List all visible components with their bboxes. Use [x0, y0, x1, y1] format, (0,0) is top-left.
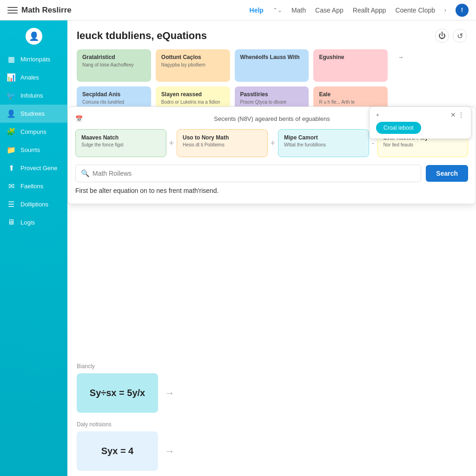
avatar: 👤 — [26, 28, 42, 45]
grid-icon: ▦ — [7, 55, 16, 64]
card-arrow-label: → — [398, 54, 461, 60]
refresh-button[interactable]: ↺ — [453, 29, 467, 43]
result-arrow-1[interactable]: → — [165, 387, 175, 399]
app-name: Math Reslirre — [21, 6, 72, 15]
floating-card: + ✕ ⋮ Croal ieboot — [369, 106, 471, 139]
sidebar-label-mirrlonpats: Mirrlonpáts — [20, 56, 50, 63]
sidebar-label-dolliptions: Dolliptions — [20, 201, 48, 208]
step-card-mipe[interactable]: Mipe Camort Wttial the furobllions — [278, 129, 369, 157]
floating-card-header: + ✕ ⋮ — [376, 112, 464, 118]
results-section: Biancly Sy÷sx = 5y/x → Daly notisions Sy… — [67, 357, 476, 476]
result-group-daly: Daly notisions — [77, 421, 467, 428]
result-item-biancly: Sy÷sx = 5y/x → — [77, 373, 467, 413]
chart-icon: 📊 — [7, 73, 16, 82]
step-desc: Nor lled feauts — [383, 142, 463, 147]
nav-link-realtapp[interactable]: Reallt Appp — [353, 7, 386, 14]
sidebar-item-dolliptions[interactable]: ☰ Dolliptions — [0, 195, 67, 213]
search-input-wrap: 🔍 — [75, 165, 421, 182]
sidebar-label-studrees: Studrees — [20, 110, 45, 117]
step-title: Uso to Nory Math — [183, 134, 262, 141]
sidebar-item-studrees[interactable]: 👤 Studrees — [0, 105, 67, 123]
card-egushine[interactable]: Egushine — [313, 49, 388, 82]
card-desc: Nagypba lsy pbolliem — [161, 62, 225, 67]
create-reboot-button[interactable]: Croal ieboot — [376, 122, 421, 134]
alert-button[interactable]: ! — [456, 4, 469, 17]
equation-box-1[interactable]: Sy÷sx = 5y/x — [77, 373, 158, 413]
card-whenoelfs[interactable]: Whenéolfs Lauss With — [235, 49, 309, 82]
card-desc: Corcura rits lundrled — [82, 99, 145, 105]
card-title: Passtliries — [240, 91, 304, 98]
mail-icon: ✉ — [7, 182, 16, 191]
upload-icon: ⬆ — [7, 164, 16, 172]
step-card-maaves[interactable]: Maaves Natch Sulge the fonce figst — [75, 129, 166, 157]
sidebar-item-infoluins[interactable]: 🐦 Infoluins — [0, 86, 67, 105]
card-title: Egushine — [319, 54, 382, 60]
search-button[interactable]: Search — [426, 165, 468, 182]
sidebar-item-compuns[interactable]: 🧩 Compuns — [0, 123, 67, 141]
sidebar-label-infoluins: Infoluins — [20, 92, 43, 99]
card-arrow[interactable]: → — [392, 49, 467, 82]
folder-icon: 📁 — [7, 145, 16, 154]
step-title: Maaves Natch — [81, 134, 160, 141]
card-title: Eale — [319, 91, 382, 98]
card-desc: Bodro or Lukelris ina a fidion — [161, 99, 225, 105]
sidebar-item-provect[interactable]: ⬆ Provect Gene — [0, 159, 67, 177]
equation-box-2[interactable]: Syx = 4 — [77, 431, 158, 471]
sidebar-item-faellons[interactable]: ✉ Faellons — [0, 177, 67, 195]
nav-chevron-icon: ⌃⌄ — [273, 7, 282, 13]
sidebar-item-mirrlonpats[interactable]: ▦ Mirrlonpáts — [0, 50, 67, 68]
step-desc: Sulge the fonce figst — [81, 142, 160, 147]
nav-link-coente[interactable]: Coente Clopb — [395, 7, 435, 14]
step-sep-1: + — [169, 139, 174, 148]
menu-icon[interactable] — [7, 5, 18, 15]
plus-icon: + — [376, 112, 379, 118]
nav-link-math[interactable]: Math — [291, 7, 306, 14]
card-title: Oottunt Caçlos — [161, 54, 225, 60]
step-desc: Hesis dt ti Poblleims — [183, 142, 262, 147]
step-title: Mipe Camort — [284, 134, 363, 141]
floating-card-body: Croal ieboot — [376, 122, 464, 134]
card-title: Slayen reassed — [161, 91, 225, 98]
content-area: leuck tdubliens, eQuations ⏻ ↺ Gratalris… — [67, 20, 476, 476]
sidebar-label-logis: Logis — [20, 219, 35, 226]
search-row: 🔍 Search — [75, 165, 468, 182]
card-title: Gratalristicd — [82, 54, 145, 60]
nav-links: Help ⌃⌄ Math Case App Reallt Appp Coente… — [250, 4, 469, 17]
sidebar-label-anales: Anales — [20, 74, 39, 81]
step-card-uso[interactable]: Uso to Nory Math Hesis dt ti Poblleims — [177, 129, 268, 157]
sidebar: 👤 ▦ Mirrlonpáts 📊 Anales 🐦 Infoluins 👤 S… — [0, 20, 67, 476]
user-icon: 👤 — [7, 109, 16, 118]
nav-link-help[interactable]: Help — [250, 7, 264, 14]
search-description: First be alter equation on to nes frent … — [75, 187, 468, 194]
card-title: Secpldad Anis — [82, 91, 145, 98]
dashboard-title: leuck tdubliens, eQuations — [77, 30, 207, 42]
main-layout: 👤 ▦ Mirrlonpáts 📊 Anales 🐦 Infoluins 👤 S… — [0, 20, 476, 476]
step-sep-3: - — [372, 139, 375, 148]
result-arrow-2[interactable]: → — [165, 445, 175, 457]
card-oottunt[interactable]: Oottunt Caçlos Nagypba lsy pbolliem — [156, 49, 230, 82]
puzzle-icon: 🧩 — [7, 127, 16, 136]
power-button[interactable]: ⏻ — [435, 29, 449, 43]
floating-close-button[interactable]: ✕ ⋮ — [450, 112, 464, 118]
nav-more-icon[interactable]: › — [444, 7, 446, 13]
dashboard-header: leuck tdubliens, eQuations ⏻ ↺ — [77, 29, 467, 43]
dashboard-actions: ⏻ ↺ — [435, 29, 467, 43]
sidebar-label-provect: Provect Gene — [20, 165, 58, 172]
twitter-icon: 🐦 — [7, 91, 16, 100]
dropdown-calendar-icon: 📅 — [75, 115, 83, 122]
top-navigation: Math Reslirre Help ⌃⌄ Math Case App Real… — [0, 0, 476, 20]
sidebar-label-compuns: Compuns — [20, 128, 46, 135]
sidebar-item-logis[interactable]: 🖥 Logis — [0, 213, 67, 231]
search-input[interactable] — [75, 165, 421, 182]
sidebar-item-sourrts[interactable]: 📁 Sourrts — [0, 141, 67, 159]
result-group-biancly: Biancly — [77, 363, 467, 370]
monitor-icon: 🖥 — [7, 218, 16, 226]
step-desc: Wttial the furobllions — [284, 142, 363, 147]
sidebar-label-faellons: Faellons — [20, 183, 43, 190]
nav-link-caseapp[interactable]: Case App — [315, 7, 344, 14]
sidebar-item-anales[interactable]: 📊 Anales — [0, 68, 67, 86]
card-gretalristicd[interactable]: Gratalristicd Nang of loise Aachoffeey — [77, 49, 151, 82]
list-icon: ☰ — [7, 200, 16, 209]
app-logo: Math Reslirre — [7, 5, 72, 15]
sidebar-label-sourrts: Sourrts — [20, 146, 40, 153]
